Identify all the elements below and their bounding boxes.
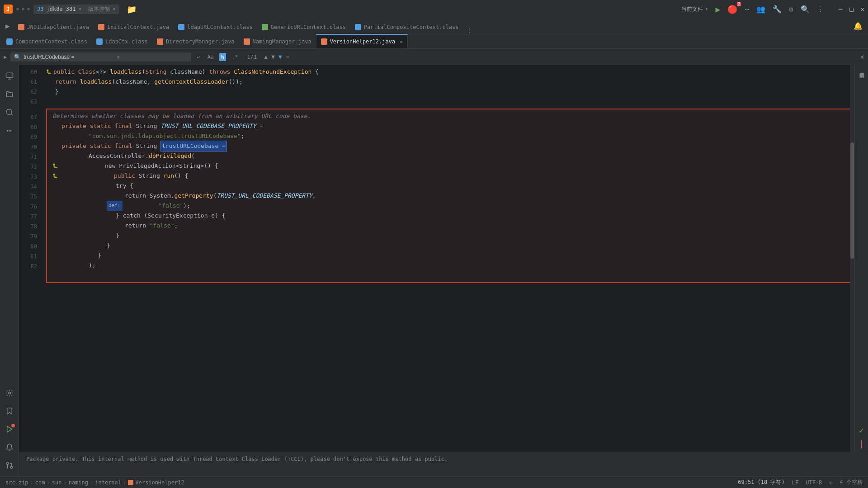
run-config[interactable]: 当前文件 ▾ (681, 5, 708, 13)
line-numbers: 60 61 62 63 67 68 69 70 71 72 73 74 75 7… (19, 65, 42, 452)
code-line-68: "com.sun.jndi.ldap.object.trustURLCodeba… (47, 131, 850, 141)
tab-label-ldapurlcontext: ldapURLContext.class (187, 24, 253, 30)
code-editor[interactable]: 🐛 public Class<?> loadClass(String class… (42, 65, 854, 452)
more-tabs-icon[interactable]: ⋮ (463, 27, 476, 34)
code-line-71: 🐛 new PrivilegedAction<String>() { (47, 161, 850, 171)
sidebar-toggle[interactable]: ▶ (2, 22, 14, 30)
project-selector[interactable]: J3 jdk8u_381 ▾ 版本控制 ▾ (33, 5, 119, 14)
project-name: jdk8u_381 (46, 6, 75, 12)
search-opt-regex[interactable]: .* (230, 53, 240, 61)
editor-area: 60 61 62 63 67 68 69 70 71 72 73 74 75 7… (19, 65, 868, 476)
more-menu-icon[interactable]: ⋮ (817, 5, 824, 14)
more-icon[interactable]: ⋯ (745, 5, 749, 14)
class-icon (128, 480, 133, 485)
sidebar-icon-bookmark[interactable] (2, 404, 17, 418)
code-line-73: try { (47, 181, 850, 191)
search-opt-case[interactable]: Aa (205, 53, 215, 61)
tab-ldapctx[interactable]: LdapCtx.class (92, 34, 152, 48)
search-filter-actions: ▲ ▼ ▼ ⋯ (264, 53, 289, 60)
title-bar: J J3 jdk8u_381 ▾ 版本控制 ▾ 📁 当前文件 ▾ ▶ 🔴 2 ⋯… (0, 0, 868, 18)
tab-icon-initialcontext (98, 24, 104, 30)
debug-badge: 2 (737, 2, 741, 6)
breadcrumb-src: src.zip (5, 479, 28, 486)
tab-genericurlcontext[interactable]: GenericURLContext.class (257, 19, 350, 34)
tab-icon-namingmanager (244, 38, 250, 45)
tab-versionhelper[interactable]: VersionHelper12.java ✕ (316, 34, 408, 48)
indent[interactable]: 4 个空格 (840, 479, 863, 486)
tab-label-ldapctx: LdapCtx.class (105, 38, 148, 45)
plugins-icon[interactable]: ⚙ (789, 5, 793, 14)
sidebar-icon-dots[interactable]: ⋯ (2, 123, 17, 137)
tab-label-partialcomposite: PartialCompositeContext.class (364, 24, 459, 30)
sidebar-icon-folder[interactable] (2, 87, 17, 101)
search-nav: 1/1 (247, 54, 257, 60)
tab-label-versionhelper: VersionHelper12.java (330, 38, 396, 45)
sidebar-icon-settings[interactable] (2, 386, 17, 400)
window-dots (16, 8, 30, 10)
sidebar-icon-notification[interactable] (2, 440, 17, 455)
debug-icon[interactable]: 🔴 2 (727, 5, 737, 14)
people-icon[interactable]: 👥 (756, 5, 765, 14)
search-bar: ▶ 🔍 ✕ ↩ Aa W .* 1/1 ▲ ▼ ▼ ⋯ ✕ (0, 49, 868, 65)
code-line-67: private static final String TRUST_URL_CO… (47, 121, 850, 131)
sidebar-icon-git[interactable] (2, 458, 17, 473)
tools-icon[interactable]: 🔧 (773, 5, 782, 14)
tab-jndi[interactable]: JNDILdapClient.java (14, 19, 94, 34)
check-icon: ✓ (859, 426, 864, 435)
breadcrumb-internal: internal (95, 479, 121, 486)
sidebar-icon-search2[interactable] (2, 105, 17, 119)
search-right-actions: ✕ (860, 52, 864, 61)
search-filter[interactable]: ▼ (278, 53, 282, 60)
search-input-wrap: 🔍 ✕ (10, 52, 191, 62)
status-right: 69:51 (18 字符) LF UTF-8 ↻ 4 个空格 (738, 479, 863, 486)
tab-icon-versionhelper (321, 38, 327, 45)
titlebar-actions: 当前文件 ▾ ▶ 🔴 2 ⋯ 👥 🔧 ⚙ 🔍 ⋮ ─ □ ✕ (681, 5, 864, 14)
search-opt-word[interactable]: W (219, 53, 226, 61)
sidebar-icon-monitor[interactable] (2, 69, 17, 83)
folder-icon[interactable]: 📁 (127, 5, 137, 14)
close-versionhelper[interactable]: ✕ (400, 39, 403, 45)
tab-label-dirmanager: DirectoryManager.java (166, 38, 235, 45)
notification-bell[interactable]: 🔔 (850, 22, 866, 30)
encoding[interactable]: UTF-8 (806, 479, 822, 486)
version-control: 版本控制 (88, 5, 110, 13)
highlight-box: Determines whether classes may be loaded… (46, 109, 851, 283)
tab-componentcontext[interactable]: ComponentContext.class (2, 34, 92, 48)
search-close-btn[interactable]: ✕ (860, 52, 864, 61)
maximize-btn[interactable]: □ (849, 5, 853, 13)
search-collapse[interactable]: ▶ (4, 54, 7, 60)
minimize-btn[interactable]: ─ (839, 5, 842, 13)
scrollbar-thumb[interactable] (850, 142, 854, 259)
code-line-60: 🐛 public Class<?> loadClass(String class… (46, 67, 851, 77)
search-up[interactable]: ▲ (264, 53, 268, 60)
search-clear[interactable]: ✕ (117, 54, 120, 60)
scrollbar-track[interactable] (850, 65, 854, 452)
sidebar-icon-run[interactable] (2, 422, 17, 436)
search-down[interactable]: ▼ (271, 53, 275, 60)
search-more-opts[interactable]: ⋯ (286, 53, 289, 60)
win-controls: ─ □ ✕ (839, 5, 864, 13)
svg-point-8 (6, 462, 9, 464)
line-ending[interactable]: LF (792, 479, 798, 486)
tab-icon-dirmanager (157, 38, 163, 45)
tab-namingmanager[interactable]: NamingManager.java (239, 34, 316, 48)
tab-partialcomposite[interactable]: PartialCompositeContext.class (350, 19, 463, 34)
code-line-82 (47, 270, 850, 280)
code-line-81: ); (47, 261, 850, 270)
status-bar: src.zip › com › sun › naming › internal … (0, 476, 868, 488)
search-input[interactable] (24, 54, 114, 60)
close-btn[interactable]: ✕ (861, 5, 864, 13)
cursor-position[interactable]: 69:51 (18 字符) (738, 479, 784, 486)
tab-initialcontext[interactable]: InitialContext.java (94, 19, 174, 34)
breadcrumb-com: com (35, 479, 45, 486)
code-line-69: private static final String trustURLCode… (47, 141, 850, 151)
tab-directorymanager[interactable]: DirectoryManager.java (152, 34, 239, 48)
tab-ldapurlcontext[interactable]: ldapURLContext.class (174, 19, 257, 34)
comment-line: Determines whether classes may be loaded… (47, 111, 850, 121)
search-icon[interactable]: 🔍 (801, 5, 810, 14)
run-icon[interactable]: ▶ (716, 5, 721, 14)
code-line-78: } (47, 231, 850, 241)
svg-point-3 (6, 109, 12, 114)
svg-point-7 (10, 466, 13, 469)
search-opt-back[interactable]: ↩ (195, 53, 202, 61)
